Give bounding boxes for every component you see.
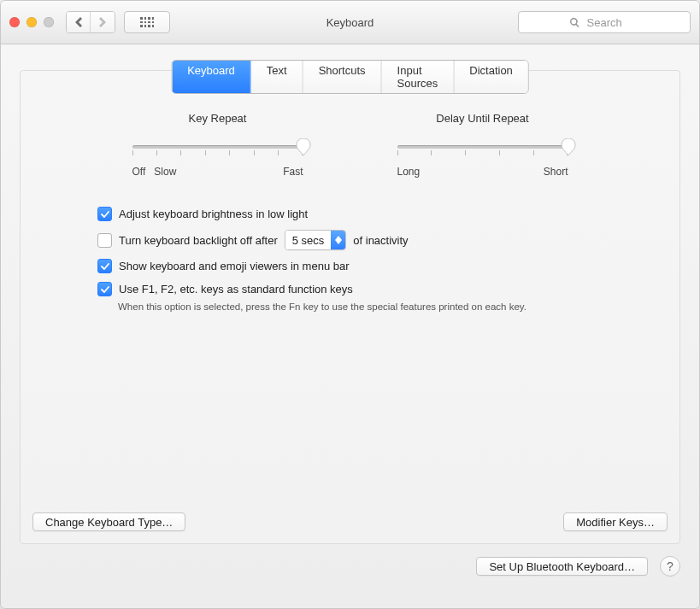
check-icon: [101, 285, 109, 294]
key-repeat-title: Key Repeat: [132, 112, 303, 125]
backlight-label-suffix: of inactivity: [353, 234, 408, 247]
brightness-checkbox[interactable]: [97, 207, 112, 221]
brightness-label: Adjust keyboard brightness in low light: [119, 208, 308, 220]
fnkeys-label: Use F1, F2, etc. keys as standard functi…: [119, 283, 353, 296]
check-icon: [101, 262, 109, 271]
tab-shortcuts[interactable]: Shortcuts: [303, 61, 382, 93]
backlight-label-prefix: Turn keyboard backlight off after: [119, 234, 278, 247]
help-icon: ?: [667, 559, 674, 573]
nav-back-button[interactable]: [67, 12, 91, 32]
delay-long-label: Long: [397, 166, 421, 178]
select-stepper-icon: [331, 231, 345, 249]
fnkeys-note: When this option is selected, press the …: [118, 302, 679, 312]
nav-forward-button[interactable]: [91, 12, 115, 32]
key-repeat-off-label: Off: [132, 166, 146, 178]
key-repeat-labels: Off Slow Fast: [132, 166, 303, 178]
fnkeys-checkbox[interactable]: [97, 282, 112, 296]
emoji-label: Show keyboard and emoji viewers in menu …: [119, 260, 350, 272]
tab-bar: Keyboard Text Shortcuts Input Sources Di…: [171, 60, 529, 94]
keyboard-panel: Keyboard Text Shortcuts Input Sources Di…: [20, 70, 680, 544]
slider-thumb-icon: [561, 138, 576, 155]
delay-title: Delay Until Repeat: [397, 112, 568, 125]
delay-group: Delay Until Repeat Long Short: [397, 112, 568, 178]
options-list: Adjust keyboard brightness in low light …: [97, 207, 679, 312]
show-all-prefs-button[interactable]: [124, 11, 170, 33]
help-button[interactable]: ?: [660, 556, 680, 577]
option-brightness-row: Adjust keyboard brightness in low light: [97, 207, 679, 221]
change-keyboard-type-button[interactable]: Change Keyboard Type…: [32, 512, 185, 531]
chevron-left-icon: [75, 17, 82, 27]
tab-text[interactable]: Text: [251, 61, 303, 93]
option-emoji-row: Show keyboard and emoji viewers in menu …: [97, 259, 679, 273]
traffic-lights: [9, 17, 54, 27]
search-icon: [569, 17, 580, 28]
grid-icon: [140, 17, 154, 27]
panel-bottom-buttons: Change Keyboard Type… Modifier Keys…: [32, 512, 668, 531]
close-window-button[interactable]: [9, 17, 20, 27]
delay-short-label: Short: [544, 166, 568, 178]
slider-thumb-icon: [296, 138, 311, 155]
emoji-checkbox[interactable]: [97, 259, 112, 273]
tab-input-sources[interactable]: Input Sources: [382, 61, 455, 93]
titlebar: Keyboard: [1, 1, 699, 44]
search-input[interactable]: [585, 15, 640, 30]
tab-keyboard[interactable]: Keyboard: [172, 61, 251, 93]
key-repeat-fast-label: Fast: [283, 166, 303, 178]
backlight-duration-value: 5 secs: [285, 231, 332, 249]
window-footer: Set Up Bluetooth Keyboard… ?: [1, 544, 699, 577]
backlight-duration-select[interactable]: 5 secs: [285, 230, 347, 250]
search-field[interactable]: [518, 11, 691, 33]
nav-segmented-control: [66, 11, 115, 33]
delay-labels: Long Short: [397, 166, 568, 178]
chevron-right-icon: [99, 17, 106, 27]
key-repeat-group: Key Repeat Off Slow: [132, 112, 303, 178]
tab-dictation[interactable]: Dictation: [454, 61, 528, 93]
modifier-keys-button[interactable]: Modifier Keys…: [563, 512, 668, 531]
preferences-window: Keyboard Keyboard Text Shortcuts Input S…: [0, 0, 700, 609]
key-repeat-slider[interactable]: [132, 137, 303, 161]
option-fnkeys-row: Use F1, F2, etc. keys as standard functi…: [97, 282, 679, 296]
backlight-checkbox[interactable]: [97, 233, 112, 248]
bluetooth-keyboard-button[interactable]: Set Up Bluetooth Keyboard…: [476, 557, 648, 576]
zoom-window-button[interactable]: [44, 17, 54, 27]
check-icon: [101, 210, 109, 219]
minimize-window-button[interactable]: [26, 17, 37, 27]
key-repeat-slow-label: Slow: [154, 166, 176, 178]
option-backlight-row: Turn keyboard backlight off after 5 secs…: [97, 230, 679, 250]
delay-slider[interactable]: [397, 137, 568, 161]
